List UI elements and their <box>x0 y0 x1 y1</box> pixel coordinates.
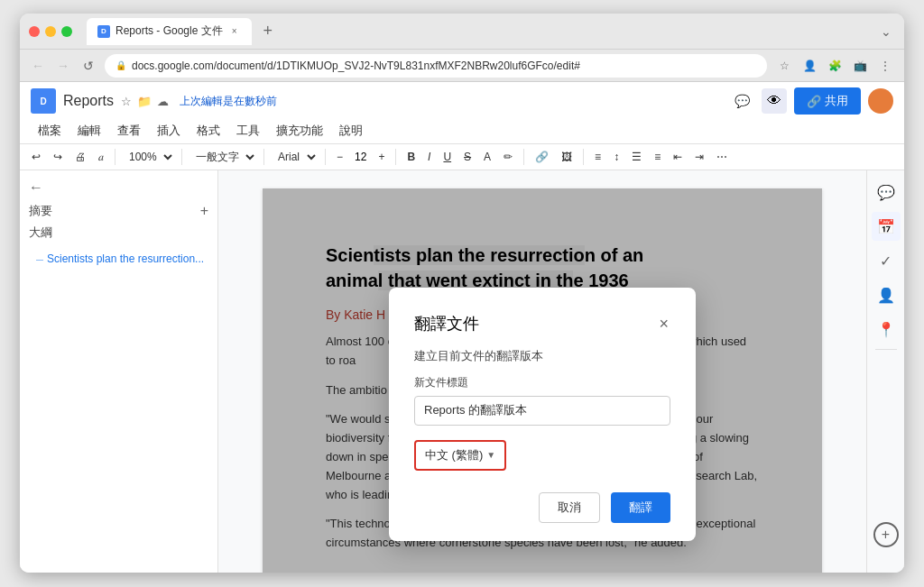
paint-format-button[interactable]: 𝑎 <box>94 148 108 166</box>
right-sidebar: 💬 📅 ✓ 👤 📍 + <box>866 170 904 573</box>
profile-icon[interactable]: 👤 <box>799 56 819 76</box>
image-button[interactable]: 🖼 <box>557 148 577 166</box>
cloud-icon[interactable]: ☁ <box>157 95 169 108</box>
outline-dot-icon: — <box>36 255 43 263</box>
text-color-button[interactable]: A <box>479 148 495 166</box>
font-select[interactable]: Arial <box>271 148 319 166</box>
url-bar[interactable]: 🔒 docs.google.com/document/d/1DTIKMUOp_S… <box>105 54 767 78</box>
outline-item[interactable]: — Scientists plan the resurrection... <box>29 250 208 268</box>
docs-title-row: D Reports ☆ 📁 ☁ 上次編輯是在數秒前 💬 👁 🔗 共用 <box>31 87 893 115</box>
line-spacing-button[interactable]: ↕ <box>609 148 624 166</box>
language-label: 中文 (繁體) <box>425 447 483 463</box>
docs-title-icons: ☆ 📁 ☁ <box>121 95 169 108</box>
modal-input-label: 新文件標題 <box>414 375 670 390</box>
style-select[interactable]: 一般文字 <box>189 148 257 166</box>
tab-close-button[interactable]: × <box>228 25 241 38</box>
toolbar-sep-6 <box>523 149 524 165</box>
chevron-down-icon: ▼ <box>486 450 495 460</box>
window-more-button[interactable]: ⌄ <box>877 23 895 41</box>
minimize-window-button[interactable] <box>45 26 56 37</box>
translate-button[interactable]: 翻譯 <box>611 492 670 523</box>
calendar-icon[interactable]: 📅 <box>872 212 901 241</box>
add-apps-button[interactable]: + <box>873 522 899 547</box>
traffic-lights <box>29 26 72 37</box>
folder-icon[interactable]: 📁 <box>137 95 152 108</box>
docs-header-right: 💬 👁 🔗 共用 <box>729 87 893 115</box>
cast-icon[interactable]: 📺 <box>850 56 870 76</box>
menu-tools[interactable]: 工具 <box>229 120 267 142</box>
sidebar-outline-section: 大綱 <box>29 225 208 241</box>
modal-title: 翻譯文件 <box>414 313 479 335</box>
address-bar: ← → ↺ 🔒 docs.google.com/document/d/1DTIK… <box>20 50 904 82</box>
outline-item-text: Scientists plan the resurrection... <box>47 252 204 265</box>
chat-icon[interactable]: 💬 <box>872 178 901 206</box>
highlight-button[interactable]: ✏ <box>499 148 517 166</box>
font-size-increase[interactable]: + <box>374 148 389 166</box>
language-dropdown[interactable]: 中文 (繁體) ▼ <box>414 440 506 471</box>
font-size-display: 12 <box>351 151 370 163</box>
comment-icon[interactable]: 💬 <box>729 88 754 114</box>
reload-button[interactable]: ↺ <box>79 57 97 75</box>
toolbar-sep-1 <box>115 149 116 165</box>
underline-button[interactable]: U <box>439 148 456 166</box>
extensions-icon[interactable]: 🧩 <box>825 56 845 76</box>
url-text: docs.google.com/document/d/1DTIKMUOp_SVJ… <box>132 60 580 72</box>
font-size-decrease[interactable]: − <box>332 148 347 166</box>
more-toolbar-button[interactable]: ⋯ <box>712 148 732 166</box>
docs-header: D Reports ☆ 📁 ☁ 上次編輯是在數秒前 💬 👁 🔗 共用 <box>20 82 904 144</box>
doc-page: Scientists plan the resurrection of anan… <box>263 188 822 573</box>
menu-edit[interactable]: 編輯 <box>70 120 108 142</box>
list-button[interactable]: ☰ <box>627 148 646 166</box>
bookmark-icon[interactable]: ☆ <box>774 56 794 76</box>
tab-bar: D Reports - Google 文件 × + <box>87 18 870 45</box>
active-tab[interactable]: D Reports - Google 文件 × <box>87 18 252 45</box>
menu-extensions[interactable]: 擴充功能 <box>269 120 330 142</box>
maps-icon[interactable]: 📍 <box>872 315 901 344</box>
modal-close-button[interactable]: × <box>657 313 670 335</box>
sidebar-outline: — Scientists plan the resurrection... <box>29 250 208 268</box>
new-tab-button[interactable]: + <box>255 19 281 44</box>
document-title[interactable]: Reports <box>63 93 114 109</box>
share-button[interactable]: 🔗 共用 <box>794 87 861 115</box>
menu-format[interactable]: 格式 <box>189 120 227 142</box>
view-mode-button[interactable]: 👁 <box>762 88 787 114</box>
fullscreen-window-button[interactable] <box>61 26 72 37</box>
numbered-list-button[interactable]: ≡ <box>650 148 665 166</box>
doc-content-area[interactable]: Scientists plan the resurrection of anan… <box>218 170 866 573</box>
menu-file[interactable]: 檔案 <box>31 120 69 142</box>
sidebar-back-button[interactable]: ← <box>29 179 208 196</box>
translate-modal: 翻譯文件 × 建立目前文件的翻譯版本 新文件標題 中文 (繁體) ▼ <box>389 288 696 541</box>
tasks-icon[interactable]: ✓ <box>872 246 901 275</box>
undo-button[interactable]: ↩ <box>27 148 45 166</box>
toolbar-sep-3 <box>263 149 264 165</box>
star-icon[interactable]: ☆ <box>121 95 132 108</box>
strikethrough-button[interactable]: S <box>459 148 476 166</box>
italic-button[interactable]: I <box>423 148 435 166</box>
link-button[interactable]: 🔗 <box>531 148 553 166</box>
forward-button[interactable]: → <box>54 57 72 75</box>
bold-button[interactable]: B <box>402 148 420 166</box>
sidebar-summary-add-button[interactable]: + <box>200 203 208 219</box>
docs-app-icon: D <box>31 88 56 114</box>
menu-view[interactable]: 查看 <box>110 120 148 142</box>
last-edit-info: 上次編輯是在數秒前 <box>180 94 277 109</box>
align-button[interactable]: ≡ <box>590 148 605 166</box>
sidebar-summary-section: 摘要 + <box>29 203 208 219</box>
user-avatar[interactable] <box>868 88 893 114</box>
more-button[interactable]: ⋮ <box>875 56 895 76</box>
menu-insert[interactable]: 插入 <box>150 120 188 142</box>
zoom-select[interactable]: 100% <box>122 148 175 166</box>
redo-button[interactable]: ↪ <box>49 148 67 166</box>
indent-more-button[interactable]: ⇥ <box>690 148 708 166</box>
modal-title-input[interactable] <box>414 396 670 426</box>
cancel-button[interactable]: 取消 <box>539 492 600 523</box>
indent-less-button[interactable]: ⇤ <box>669 148 687 166</box>
lock-icon: 🔒 <box>116 60 126 70</box>
menu-help[interactable]: 說明 <box>332 120 370 142</box>
back-button[interactable]: ← <box>29 57 47 75</box>
print-button[interactable]: 🖨 <box>70 148 90 166</box>
close-window-button[interactable] <box>29 26 40 37</box>
toolbar-sep-5 <box>395 149 396 165</box>
modal-header: 翻譯文件 × <box>414 313 670 335</box>
contacts-icon[interactable]: 👤 <box>872 280 901 309</box>
